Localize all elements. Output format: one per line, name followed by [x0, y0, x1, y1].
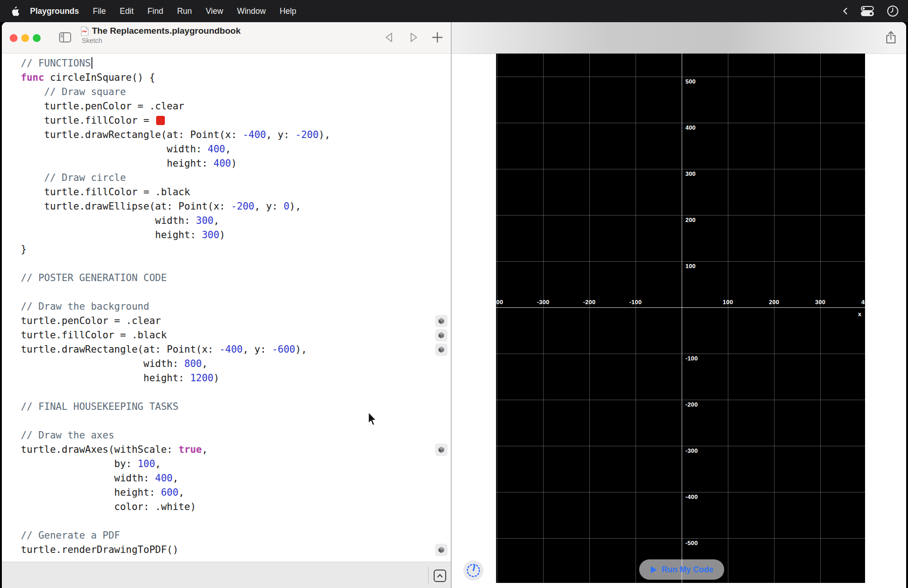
- gridline-horizontal: [496, 123, 865, 123]
- code-line[interactable]: // Draw the background: [21, 300, 451, 314]
- gridline-horizontal: [496, 169, 865, 169]
- gridline-horizontal: [496, 492, 865, 492]
- code-line[interactable]: height: 400): [21, 156, 451, 171]
- x-axis-line: [496, 307, 865, 308]
- code-line[interactable]: turtle.renderDrawingToPDF(): [21, 543, 451, 557]
- code-line[interactable]: turtle.drawRectangle(at: Point(x: -400, …: [21, 128, 451, 142]
- gridline-vertical: [636, 54, 636, 583]
- code-line[interactable]: width: 800,: [21, 357, 451, 371]
- x-tick-label: -300: [537, 299, 550, 306]
- menu-item-playgrounds[interactable]: Playgrounds: [23, 6, 86, 16]
- gridline-vertical: [728, 54, 728, 583]
- gridline-vertical: [589, 54, 590, 583]
- y-tick-label: 300: [685, 170, 696, 177]
- result-cube-button[interactable]: [435, 329, 448, 342]
- code-line[interactable]: height: 600,: [21, 486, 451, 500]
- close-button[interactable]: [10, 34, 18, 42]
- code-line[interactable]: turtle.drawAxes(withScale: true,: [21, 443, 451, 457]
- result-cube-button[interactable]: [435, 444, 448, 456]
- gridline-horizontal: [496, 261, 865, 262]
- gridline-horizontal: [496, 538, 865, 539]
- code-line[interactable]: // Generate a PDF: [21, 528, 451, 543]
- menu-item-find[interactable]: Find: [140, 6, 170, 16]
- back-button[interactable]: [383, 30, 395, 44]
- code-line[interactable]: // Draw square: [21, 85, 451, 99]
- run-speed-gauge-icon[interactable]: [463, 560, 484, 581]
- code-line[interactable]: // POSTER GENERATION CODE: [21, 271, 451, 285]
- live-view-panel: -400-300-200-100100200300400500400300200…: [452, 22, 906, 588]
- code-line[interactable]: // FINAL HOUSEKEEPING TASKS: [21, 400, 451, 414]
- x-tick-label: -100: [630, 299, 642, 306]
- code-line[interactable]: [21, 385, 451, 400]
- sidebar-toggle-button[interactable]: [58, 30, 73, 44]
- code-line[interactable]: width: 400,: [21, 142, 451, 156]
- code-line[interactable]: height: 300): [21, 228, 451, 242]
- code-line[interactable]: by: 100,: [21, 457, 451, 471]
- editor-bottom-bar: [2, 562, 451, 588]
- result-cube-button[interactable]: [435, 343, 448, 356]
- code-line[interactable]: [21, 257, 451, 271]
- gridline-horizontal: [496, 215, 865, 216]
- gridline-horizontal: [496, 400, 865, 400]
- menu-item-file[interactable]: File: [86, 6, 113, 16]
- playgrounds-window: The Replacements.playgroundbook Sketch /…: [2, 22, 906, 588]
- code-line[interactable]: // Draw circle: [21, 171, 451, 185]
- share-icon[interactable]: [884, 30, 898, 45]
- code-line[interactable]: width: 400,: [21, 471, 451, 486]
- code-line[interactable]: turtle.fillColor = .black: [21, 185, 451, 199]
- menu-item-view[interactable]: View: [199, 6, 230, 16]
- code-line[interactable]: [21, 285, 451, 300]
- x-tick-label: 300: [815, 299, 825, 306]
- y-tick-label: -100: [685, 355, 698, 362]
- result-cube-button[interactable]: [435, 315, 448, 327]
- code-line[interactable]: turtle.penColor = .clear: [21, 99, 451, 114]
- expand-keyboard-button[interactable]: [434, 570, 446, 582]
- menu-item-window[interactable]: Window: [230, 6, 272, 16]
- bottom-bar-divider: [428, 567, 429, 583]
- forward-button[interactable]: [407, 30, 419, 44]
- minimize-button[interactable]: [21, 34, 29, 42]
- code-panel: The Replacements.playgroundbook Sketch /…: [2, 22, 451, 588]
- x-tick-label: 100: [723, 299, 733, 306]
- code-line[interactable]: [21, 414, 451, 428]
- menu-item-run[interactable]: Run: [170, 6, 199, 16]
- y-tick-label: -400: [685, 493, 698, 500]
- apple-menu-icon[interactable]: [11, 6, 19, 16]
- gridline-vertical: [497, 54, 497, 583]
- code-line[interactable]: turtle.drawRectangle(at: Point(x: -400, …: [21, 342, 451, 357]
- menu-item-help[interactable]: Help: [272, 6, 303, 16]
- code-line[interactable]: turtle.fillColor =: [21, 114, 451, 128]
- gridline-horizontal: [496, 77, 865, 77]
- x-tick-label: 400: [861, 299, 865, 306]
- window-title: The Replacements.playgroundbook: [92, 26, 241, 36]
- code-line[interactable]: }: [21, 242, 451, 257]
- gridline-horizontal: [496, 354, 865, 354]
- code-line[interactable]: // FUNCTIONS: [21, 56, 451, 71]
- code-line[interactable]: [21, 514, 451, 528]
- code-line[interactable]: turtle.penColor = .clear: [21, 314, 451, 328]
- code-line[interactable]: color: .white): [21, 500, 451, 514]
- code-line[interactable]: height: 1200): [21, 371, 451, 385]
- playgroundbook-icon: [81, 26, 89, 36]
- code-editor[interactable]: // FUNCTIONSfunc circleInSquare() { // D…: [2, 54, 451, 584]
- code-line[interactable]: width: 300,: [21, 214, 451, 228]
- window-subtitle: Sketch: [82, 37, 241, 44]
- x-tick-label: -200: [583, 299, 596, 306]
- run-my-code-button[interactable]: Run My Code: [639, 559, 724, 580]
- chevron-left-icon[interactable]: [842, 7, 848, 15]
- clock-icon[interactable]: [887, 5, 899, 17]
- zoom-button[interactable]: [33, 34, 41, 42]
- add-button[interactable]: [431, 30, 443, 44]
- color-swatch-red[interactable]: [156, 116, 165, 125]
- code-line[interactable]: func circleInSquare() {: [21, 71, 451, 85]
- code-line[interactable]: turtle.drawEllipse(at: Point(x: -200, y:…: [21, 199, 451, 214]
- x-tick-label: -400: [496, 299, 503, 306]
- result-cube-button[interactable]: [435, 544, 448, 556]
- control-center-icon[interactable]: [860, 6, 875, 17]
- code-line[interactable]: // Draw the axes: [21, 428, 451, 443]
- code-line[interactable]: turtle.fillColor = .black: [21, 328, 451, 342]
- y-axis-line: [682, 54, 682, 583]
- menu-item-edit[interactable]: Edit: [113, 6, 140, 16]
- drawing-canvas: -400-300-200-100100200300400500400300200…: [496, 54, 865, 583]
- y-tick-label: 200: [685, 216, 696, 223]
